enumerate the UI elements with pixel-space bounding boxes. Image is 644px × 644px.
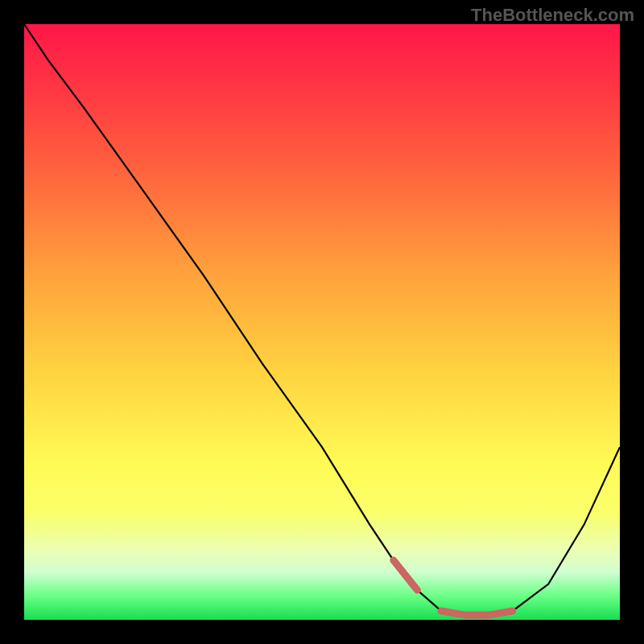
gradient-plot-area: [24, 24, 620, 620]
chart-container: TheBottleneck.com: [0, 0, 644, 644]
overlay-segment-right: [489, 611, 513, 615]
overlay-segment-left: [394, 560, 418, 590]
curve-svg: [24, 24, 620, 620]
overlay-segment-flat: [441, 611, 489, 615]
attribution-text: TheBottleneck.com: [471, 5, 634, 26]
bottleneck-curve: [24, 24, 620, 615]
